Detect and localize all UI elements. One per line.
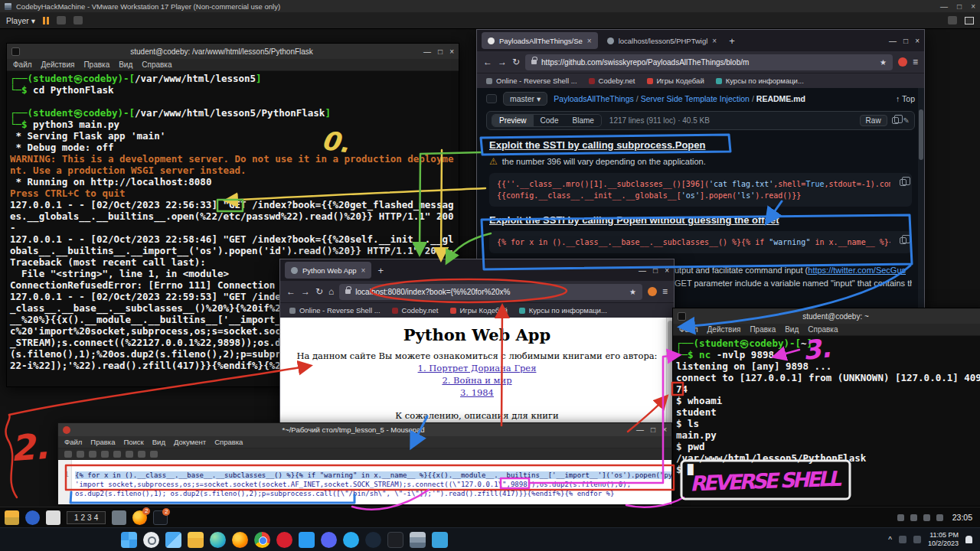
vmware-minimize-button[interactable]: — [940, 2, 948, 11]
minimize-button[interactable]: — [423, 47, 431, 56]
bookmark-item[interactable]: Codeby.net [392, 306, 439, 315]
vmware-titlebar[interactable]: CodebyHackMachine - VMware Workstation 1… [0, 0, 980, 12]
hidden-icons-chevron[interactable]: ^ [888, 536, 892, 544]
url-bar[interactable]: https://github.com/swisskyrepo/PayloadsA… [525, 54, 893, 70]
vscode-icon[interactable] [299, 532, 315, 548]
file-tree-icon[interactable] [486, 94, 497, 103]
back-to-top-link[interactable]: ↑ Top [896, 94, 915, 103]
tab-python-web-app[interactable]: Python Web App × [285, 262, 371, 279]
bookmark-item[interactable]: Codeby.net [589, 77, 635, 85]
bookmark-star-icon[interactable]: ★ [629, 288, 636, 296]
url-bar[interactable]: localhost:8080/index?book={%%20for%20x% … [339, 284, 642, 300]
chrome-icon[interactable] [254, 532, 270, 548]
bookmark-item[interactable]: Online - Reverse Shell ... [486, 77, 577, 85]
battery-icon[interactable] [923, 514, 930, 521]
copy-icon[interactable] [138, 451, 145, 458]
network-icon[interactable] [897, 514, 904, 521]
close-button[interactable]: × [915, 37, 920, 45]
close-button[interactable]: × [665, 266, 669, 275]
back-button[interactable]: ← [286, 286, 296, 297]
terminal-menu-item[interactable]: Файл [679, 325, 698, 334]
bookmark-item[interactable]: Игры Кодебай [647, 77, 704, 85]
tab-blame[interactable]: Blame [565, 115, 600, 126]
vmware-icon[interactable] [410, 532, 426, 548]
files-icon[interactable] [46, 510, 60, 525]
vm-clock[interactable]: 23:05 [952, 513, 972, 522]
mousepad-titlebar[interactable]: *~/Рабочий стол/tmp_lesson_5 - Mousepad … [58, 423, 671, 436]
bookmark-item[interactable]: Курсы по информаци... [716, 77, 804, 85]
home-button[interactable]: ⌂ [328, 286, 334, 297]
book-link-3[interactable]: 3. 1984 [280, 387, 674, 398]
terminal-icon[interactable] [387, 532, 403, 548]
workspace-switcher[interactable]: 1234 [67, 511, 106, 524]
search-icon[interactable] [143, 532, 159, 548]
vmware-maximize-button[interactable]: □ [957, 2, 962, 11]
tab-localhost-phptwig[interactable]: localhost/lesson5/PHPTwigl × [601, 32, 724, 49]
open-app-icon[interactable] [112, 510, 126, 525]
save-icon[interactable] [89, 451, 96, 458]
account-avatar[interactable] [898, 57, 907, 67]
copy-icon[interactable] [900, 179, 906, 186]
tab-preview[interactable]: Preview [492, 115, 534, 126]
opera-icon[interactable] [276, 532, 292, 548]
tab-close-icon[interactable]: × [361, 266, 366, 275]
copy-icon[interactable] [900, 237, 906, 244]
terminal-menu-item[interactable]: Справка [142, 60, 172, 69]
menu-icon[interactable]: ≡ [913, 57, 918, 67]
forward-button[interactable]: → [498, 57, 507, 67]
minimize-button[interactable]: — [639, 266, 646, 275]
bookmark-star-icon[interactable]: ★ [880, 58, 887, 67]
bookmark-item[interactable]: Курсы по информаци... [519, 306, 607, 315]
editor-menu-item[interactable]: Вид [152, 438, 165, 446]
volume-icon[interactable] [913, 536, 921, 543]
minimize-button[interactable]: — [636, 425, 644, 434]
terminal-menu-item[interactable]: Файл [13, 60, 32, 69]
ctrl-alt-del-icon[interactable] [57, 16, 66, 24]
launcher-icon[interactable] [25, 510, 40, 525]
maximize-button[interactable]: □ [651, 425, 655, 434]
bookmark-item[interactable]: Online - Reverse Shell ... [289, 306, 381, 315]
volume-icon[interactable] [910, 514, 917, 521]
cut-icon[interactable] [126, 451, 133, 458]
ssti-popen-heading[interactable]: Exploit the SSTI by calling Popen withou… [489, 214, 912, 226]
scrollbar-thumb[interactable] [919, 109, 923, 160]
back-button[interactable]: ← [483, 57, 492, 67]
terminal-menu-item[interactable]: Вид [119, 60, 132, 69]
scrollbar[interactable] [918, 88, 924, 313]
app-menu-icon[interactable] [5, 510, 19, 525]
new-tab-button[interactable]: + [374, 265, 387, 276]
close-button[interactable]: × [662, 425, 667, 434]
clock[interactable]: 11:05 PM 10/2/2023 [928, 531, 959, 549]
ssti-subprocess-heading[interactable]: Exploit the SSTI by calling subprocess.P… [489, 139, 912, 151]
discord-icon[interactable] [321, 532, 337, 548]
terminal-menu-item[interactable]: Правка [750, 325, 776, 334]
unity-mode-icon[interactable] [965, 17, 974, 24]
editor-menu-item[interactable]: Файл [64, 438, 82, 446]
notifications-icon[interactable] [936, 514, 943, 521]
editor-body[interactable]: 1 {% for x in ().__class__.__base__.__su… [58, 460, 671, 504]
edge-icon[interactable] [210, 532, 226, 548]
fullscreen-icon[interactable] [74, 16, 83, 24]
tab-close-icon[interactable]: × [712, 37, 717, 45]
find-icon[interactable] [150, 451, 158, 458]
open-file-icon[interactable] [77, 451, 84, 458]
editor-menu-item[interactable]: Правка [90, 438, 115, 446]
new-tab-button[interactable]: + [726, 35, 738, 47]
devices-icon[interactable] [948, 16, 957, 24]
bookmark-item[interactable]: Игры Кодебай [450, 306, 508, 315]
terminal-menu-item[interactable]: Правка [83, 60, 109, 69]
network-icon[interactable] [899, 536, 906, 543]
close-button[interactable]: × [449, 47, 454, 56]
edit-pencil-icon[interactable]: ✎ [903, 116, 910, 125]
terminal-menu-item[interactable]: Справка [808, 325, 838, 334]
reload-button[interactable]: ↻ [315, 286, 323, 297]
forward-button[interactable]: → [301, 286, 310, 297]
file-explorer-icon[interactable] [188, 532, 204, 548]
reload-button[interactable]: ↻ [512, 57, 520, 67]
menu-icon[interactable]: ≡ [662, 286, 668, 297]
firefox-icon[interactable] [232, 532, 248, 548]
start-icon[interactable] [121, 532, 137, 548]
breadcrumb-dir-link[interactable]: Server Side Template Injection [641, 94, 750, 103]
tab-code[interactable]: Code [534, 115, 566, 126]
tab-close-icon[interactable]: × [587, 37, 592, 45]
